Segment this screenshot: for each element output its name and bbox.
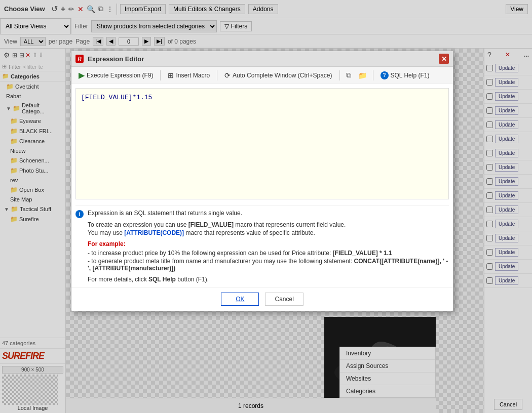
modal-close-btn[interactable]: ✕ xyxy=(439,54,449,64)
ok-btn[interactable]: OK xyxy=(221,293,259,306)
sql-help-label: SQL Help (F1) xyxy=(391,72,430,79)
insert-macro-btn[interactable]: ⊞ Insert Macro xyxy=(166,70,212,80)
insert-icon: ⊞ xyxy=(168,71,174,79)
modal-title-icon: R xyxy=(75,55,84,63)
help-icon: ? xyxy=(381,71,389,79)
sql-help-btn[interactable]: ? SQL Help (F1) xyxy=(378,70,432,80)
cancel-modal-btn[interactable]: Cancel xyxy=(265,293,303,306)
modal-footer: OK Cancel xyxy=(71,287,453,311)
folder-toolbar-btn[interactable]: 📁 xyxy=(357,70,368,80)
more-info-text: For more details, click SQL Help button … xyxy=(88,276,449,283)
play-icon: ▶ xyxy=(79,70,85,80)
execute-label: Execute Expression (F9) xyxy=(87,72,153,79)
description-line1: To create an expression you can use [FIE… xyxy=(88,221,449,228)
info-row: i Expression is an SQL statement that re… xyxy=(75,210,449,218)
editor-wrapper: [FIELD_VALUE]*1.15 xyxy=(75,88,449,201)
insert-macro-label: Insert Macro xyxy=(176,72,210,79)
info-text: Expression is an SQL statement that retu… xyxy=(88,210,242,217)
modal-titlebar: R Expression Editor ✕ xyxy=(71,51,453,67)
example-header: For example: xyxy=(88,240,449,247)
expression-editor-textarea[interactable]: [FIELD_VALUE]*1.15 xyxy=(75,88,449,199)
description-line2: You may use [ATTRIBUTE(CODE)] macro that… xyxy=(88,229,449,236)
modal-title-text: Expression Editor xyxy=(88,55,435,63)
copy-toolbar-btn[interactable]: ⧉ xyxy=(345,70,352,80)
execute-expression-btn[interactable]: ▶ Execute Expression (F9) xyxy=(77,69,155,81)
auto-complete-label: Auto Complete Window (Ctrl+Space) xyxy=(233,72,332,79)
example-line2: - to generate product meta title from na… xyxy=(88,258,449,272)
auto-complete-icon: ⟳ xyxy=(224,71,231,79)
example-line1: - to increase product price by 10% the f… xyxy=(88,250,449,257)
modal-info-section: i Expression is an SQL statement that re… xyxy=(75,205,449,283)
modal-toolbar: ▶ Execute Expression (F9) ⊞ Insert Macro… xyxy=(71,67,453,84)
info-circle-icon: i xyxy=(75,210,84,218)
expression-editor-modal: R Expression Editor ✕ ▶ Execute Expressi… xyxy=(71,51,453,311)
auto-complete-btn[interactable]: ⟳ Auto Complete Window (Ctrl+Space) xyxy=(222,70,334,80)
